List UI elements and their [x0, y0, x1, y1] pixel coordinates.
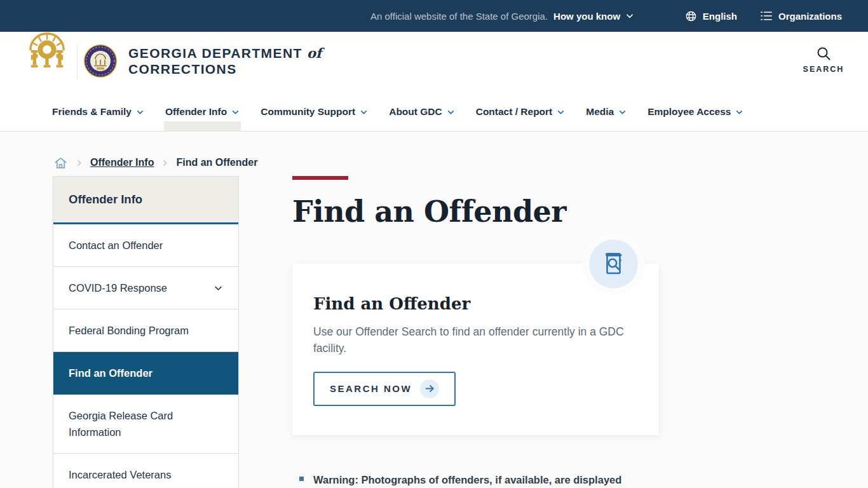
- government-topbar: An official website of the State of Geor…: [0, 0, 868, 32]
- warning-list-item: Warning: Photographs of offenders, if av…: [292, 472, 659, 487]
- search-label: SEARCH: [803, 65, 844, 74]
- department-seal: [83, 44, 118, 78]
- organizations-label: Organizations: [778, 11, 842, 22]
- arrow-right-icon: [420, 379, 439, 398]
- sidebar-item-georgia-release-card[interactable]: Georgia Release Card Information: [53, 395, 238, 454]
- agency-line1: GEORGIA DEPARTMENT: [128, 46, 302, 60]
- nav-employee-access[interactable]: Employee Access: [648, 93, 743, 131]
- breadcrumb: Offender Info Find an Offender: [0, 132, 868, 172]
- nav-friends-family[interactable]: Friends & Family: [52, 93, 144, 131]
- chevron-down-icon: [360, 108, 368, 116]
- page-content: Offender Info Contact an Offender COVID-…: [0, 172, 868, 488]
- sidebar-offender-info: Offender Info Contact an Offender COVID-…: [53, 176, 239, 488]
- nav-about-gdc[interactable]: About GDC: [389, 93, 455, 131]
- header-divider: [77, 44, 78, 79]
- home-icon[interactable]: [53, 156, 68, 170]
- nav-contact-report[interactable]: Contact / Report: [476, 93, 566, 131]
- nav-label: Friends & Family: [52, 106, 132, 118]
- title-accent-rule: [292, 176, 348, 180]
- how-you-know-label: How you know: [553, 11, 620, 22]
- language-selector[interactable]: English: [685, 10, 737, 22]
- find-offender-card: Find an Offender Use our Offender Search…: [292, 264, 659, 435]
- arch-logo-icon: [25, 28, 69, 72]
- sidebar-item-label: Contact an Offender: [69, 237, 163, 254]
- breadcrumb-offender-info-link[interactable]: Offender Info: [90, 157, 154, 168]
- sidebar-item-label: Federal Bonding Program: [69, 322, 189, 339]
- sidebar-item-label: COVID-19 Response: [69, 280, 167, 296]
- chevron-down-icon: [618, 108, 627, 116]
- nav-label: Community Support: [261, 106, 355, 118]
- chevron-down-icon: [557, 108, 565, 116]
- site-header: GEORGIA DEPARTMENT of CORRECTIONS SEARCH: [0, 32, 868, 93]
- official-website-text: An official website of the State of Geor…: [370, 11, 548, 22]
- nav-label: Offender Info: [165, 106, 227, 118]
- nav-label: About GDC: [389, 106, 442, 118]
- sidebar-item-incarcerated-veterans[interactable]: Incarcerated Veterans: [53, 454, 238, 488]
- official-site-notice: An official website of the State of Geor…: [370, 0, 634, 32]
- agency-of: of: [307, 45, 322, 61]
- globe-icon: [685, 10, 697, 22]
- nav-community-support[interactable]: Community Support: [261, 93, 368, 131]
- chevron-down-icon: [231, 108, 240, 116]
- nav-offender-info[interactable]: Offender Info: [165, 93, 240, 131]
- chevron-down-icon: [136, 108, 144, 116]
- breadcrumb-separator-icon: [161, 159, 169, 167]
- search-now-button[interactable]: SEARCH NOW: [313, 372, 456, 406]
- nav-label: Media: [586, 106, 614, 118]
- card-description: Use our Offender Search to find an offen…: [313, 323, 628, 356]
- breadcrumb-current-page: Find an Offender: [176, 157, 257, 168]
- chevron-down-icon: [447, 108, 455, 116]
- card-title: Find an Offender: [313, 294, 638, 313]
- agency-name[interactable]: GEORGIA DEPARTMENT of CORRECTIONS: [128, 45, 322, 77]
- sidebar-item-contact-an-offender[interactable]: Contact an Offender: [53, 224, 238, 267]
- chevron-down-icon: [625, 11, 634, 20]
- search-icon: [816, 46, 831, 61]
- sidebar-item-covid-19-response[interactable]: COVID-19 Response: [53, 267, 238, 309]
- sidebar-item-label: Incarcerated Veterans: [69, 466, 171, 483]
- nav-label: Employee Access: [648, 106, 731, 118]
- main-navigation: Friends & Family Offender Info Community…: [0, 93, 868, 132]
- topbar-utility-links: English Organizations: [685, 0, 842, 32]
- sidebar-item-federal-bonding-program[interactable]: Federal Bonding Program: [53, 309, 238, 352]
- how-you-know-button[interactable]: How you know: [553, 11, 634, 22]
- search-now-label: SEARCH NOW: [330, 383, 412, 394]
- document-search-icon: [589, 240, 638, 288]
- sidebar-title: Offender Info: [53, 177, 238, 224]
- agency-line2: CORRECTIONS: [128, 61, 322, 77]
- page-title: Find an Offender: [292, 195, 659, 229]
- chevron-down-icon: [735, 108, 743, 116]
- chevron-down-icon: [214, 283, 223, 293]
- org-list-icon: [760, 10, 773, 22]
- sidebar-item-label: Find an Offender: [69, 365, 153, 381]
- sidebar-item-label: Georgia Release Card Information: [69, 407, 202, 440]
- sidebar-item-find-an-offender[interactable]: Find an Offender: [53, 352, 238, 395]
- language-label: English: [703, 11, 737, 22]
- nav-label: Contact / Report: [476, 106, 553, 118]
- header-search-button[interactable]: SEARCH: [804, 46, 843, 74]
- nav-media[interactable]: Media: [586, 93, 627, 131]
- list-bullet: [299, 477, 304, 481]
- warning-text: Warning: Photographs of offenders, if av…: [313, 472, 621, 487]
- breadcrumb-separator-icon: [75, 159, 83, 167]
- organizations-button[interactable]: Organizations: [760, 10, 842, 22]
- main-column: Find an Offender Find an Offender Use ou…: [292, 176, 659, 487]
